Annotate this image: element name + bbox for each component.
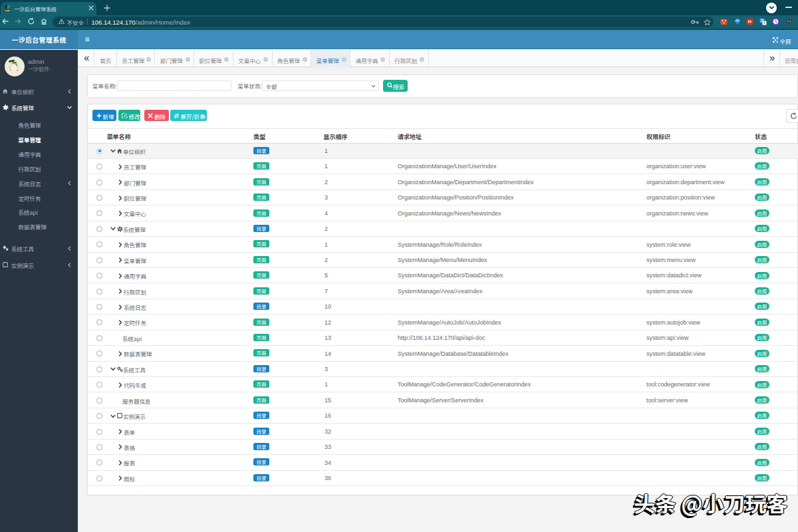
svg-text:A: A (763, 20, 765, 25)
